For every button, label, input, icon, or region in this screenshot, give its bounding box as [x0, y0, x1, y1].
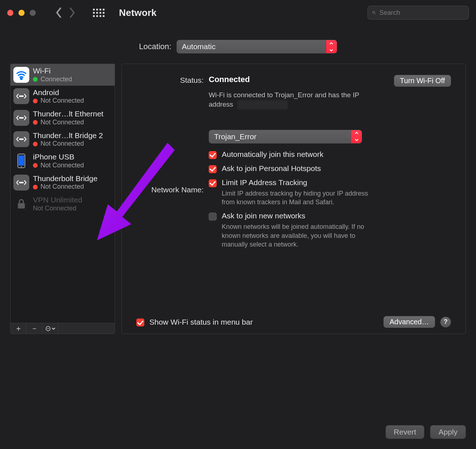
checkbox-icon: [209, 179, 217, 187]
interface-status: Not Connected: [33, 183, 112, 191]
back-button[interactable]: [55, 8, 63, 17]
status-value: Connected: [209, 75, 250, 84]
titlebar: Network: [0, 0, 476, 25]
dropdown-stepper-icon: [351, 130, 362, 143]
checkbox-description: Limit IP address tracking by hiding your…: [222, 189, 370, 207]
interface-title: iPhone USB: [33, 152, 112, 162]
interface-title: VPN Unlimited: [33, 195, 112, 205]
status-description: Wi-Fi is connected to Trojan_Error and h…: [209, 90, 364, 110]
window-actions: Revert Apply: [386, 425, 466, 439]
location-value: Automatic: [182, 42, 216, 51]
interface-list: Wi-FiConnectedAndroidNot ConnectedThunde…: [10, 64, 115, 323]
status-dot-icon: [33, 99, 38, 103]
iphone-icon: [13, 153, 29, 169]
checkbox-label: Limit IP Address Tracking: [222, 178, 451, 187]
svg-point-17: [22, 182, 23, 183]
bridge-icon: [13, 131, 29, 147]
status-row: Status: Connected Turn Wi-Fi Off Wi-Fi i…: [136, 75, 451, 110]
sidebar-item[interactable]: Thunder…lt EthernetNot Connected: [10, 107, 115, 129]
sidebar-item[interactable]: Thunderbolt BridgeNot Connected: [10, 172, 115, 193]
nav-buttons: [55, 8, 76, 17]
network-name-dropdown[interactable]: Trojan_Error: [209, 130, 362, 144]
interface-status: Not Connected: [33, 97, 112, 105]
remove-interface-button[interactable]: －: [26, 323, 42, 334]
show-all-prefs-button[interactable]: [93, 9, 105, 17]
search-field[interactable]: [367, 6, 469, 20]
svg-point-4: [21, 96, 22, 97]
bridge-icon: [13, 175, 29, 191]
status-label: Status:: [136, 75, 204, 85]
checkbox-label: Ask to join new networks: [222, 211, 451, 220]
sidebar-item[interactable]: iPhone USBNot Connected: [10, 150, 115, 172]
svg-point-16: [21, 182, 22, 183]
network-name-label: Network Name:: [136, 184, 204, 194]
svg-point-14: [21, 166, 22, 167]
svg-point-8: [22, 117, 23, 118]
wifi-icon: [13, 67, 29, 83]
interface-title: Thunder…lt Bridge 2: [33, 131, 112, 140]
dropdown-stepper-icon: [326, 40, 337, 53]
close-window-button[interactable]: [7, 10, 13, 16]
help-button[interactable]: ?: [440, 317, 451, 328]
zoom-window-button[interactable]: [30, 10, 36, 16]
forward-button[interactable]: [68, 8, 76, 17]
bridge-icon: [13, 110, 29, 126]
checkbox-label: Automatically join this network: [222, 150, 451, 159]
add-interface-button[interactable]: ＋: [10, 323, 26, 334]
status-dot-icon: [33, 163, 38, 168]
svg-point-5: [22, 96, 23, 97]
location-dropdown[interactable]: Automatic: [177, 40, 337, 54]
interface-sidebar: Wi-FiConnectedAndroidNot ConnectedThunde…: [10, 64, 115, 334]
sidebar-footer: ＋ －: [10, 323, 115, 334]
advanced-button[interactable]: Advanced…: [383, 316, 435, 328]
window-controls: [7, 10, 36, 16]
interface-status: Not Connected: [33, 140, 112, 148]
bridge-icon: [13, 88, 29, 104]
svg-line-1: [375, 13, 376, 14]
minimize-window-button[interactable]: [18, 10, 25, 16]
checkbox-icon: [209, 165, 217, 173]
checkbox-label: Ask to join Personal Hotspots: [222, 164, 451, 173]
svg-point-9: [20, 139, 20, 140]
main-area: Wi-FiConnectedAndroidNot ConnectedThunde…: [0, 54, 476, 334]
sidebar-item[interactable]: Wi-FiConnected: [10, 64, 115, 86]
svg-point-21: [48, 328, 48, 329]
wifi-option-checkbox[interactable]: Limit IP Address TrackingLimit IP addres…: [209, 178, 451, 207]
svg-point-0: [373, 11, 375, 13]
wifi-option-checkbox[interactable]: Ask to join new networksKnown networks w…: [209, 211, 451, 249]
wifi-toggle-button[interactable]: Turn Wi-Fi Off: [394, 75, 451, 87]
revert-button[interactable]: Revert: [386, 425, 425, 439]
svg-point-7: [21, 117, 22, 118]
detail-panel: Status: Connected Turn Wi-Fi Off Wi-Fi i…: [122, 64, 466, 334]
show-status-checkbox[interactable]: Show Wi-Fi status in menu bar: [136, 317, 253, 326]
svg-point-10: [21, 139, 22, 140]
svg-point-6: [20, 117, 20, 118]
show-status-label: Show Wi-Fi status in menu bar: [149, 318, 253, 326]
apply-button[interactable]: Apply: [430, 425, 466, 439]
network-name-value: Trojan_Error: [214, 132, 256, 141]
ip-address-redacted: [237, 100, 288, 110]
svg-rect-13: [18, 155, 24, 166]
interface-status: Not Connected: [33, 162, 112, 170]
svg-point-2: [21, 78, 22, 79]
interface-options-button[interactable]: [42, 323, 58, 334]
search-input[interactable]: [379, 9, 464, 17]
sidebar-item[interactable]: Thunder…lt Bridge 2Not Connected: [10, 129, 115, 150]
interface-title: Wi-Fi: [33, 66, 112, 76]
network-name-row: Network Name: Trojan_Error Automatically…: [136, 130, 451, 249]
checkbox-description: Known networks will be joined automatica…: [222, 222, 370, 249]
checkbox-icon: [209, 151, 217, 159]
svg-point-3: [20, 96, 20, 97]
sidebar-item[interactable]: VPN UnlimitedNot Connected: [10, 193, 115, 215]
detail-footer: Show Wi-Fi status in menu bar Advanced… …: [136, 312, 451, 328]
location-row: Location: Automatic: [0, 40, 476, 54]
status-dot-icon: [33, 185, 38, 189]
interface-status: Not Connected: [33, 119, 112, 127]
checkbox-icon: [209, 213, 217, 221]
svg-point-20: [47, 328, 47, 329]
wifi-option-checkbox[interactable]: Automatically join this network: [209, 150, 451, 159]
interface-status: Connected: [33, 76, 112, 84]
search-icon: [372, 9, 376, 16]
wifi-option-checkbox[interactable]: Ask to join Personal Hotspots: [209, 164, 451, 173]
sidebar-item[interactable]: AndroidNot Connected: [10, 86, 115, 107]
